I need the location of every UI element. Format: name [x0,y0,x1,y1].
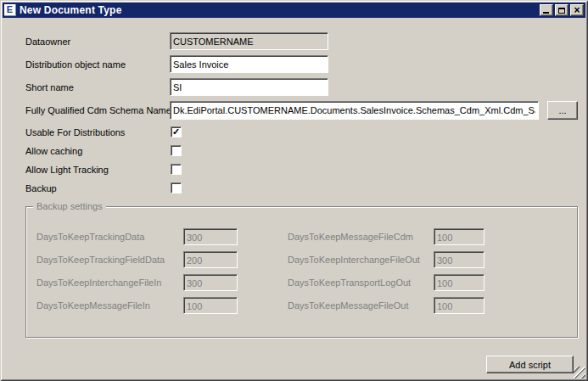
new-document-type-window: E New Document Type × Dataowner Distribu… [0,0,588,381]
allow-caching-checkbox[interactable] [171,145,182,156]
cdm-schema-name-input[interactable] [171,102,538,119]
add-script-button[interactable]: Add script [486,356,574,373]
cdm-schema-name-field[interactable] [170,101,539,120]
days-to-keep-message-file-cdm-label: DaysToKeepMessageFileCdm [288,231,413,243]
window-controls: × [540,4,584,16]
backup-checkbox[interactable] [171,182,182,193]
cdm-schema-name-label: Fully Qualified Cdm Schema Name [25,104,171,116]
browse-schema-button[interactable]: ... [547,101,578,120]
days-to-keep-tracking-field-data-label: DaysToKeepTrackingFieldData [36,254,165,266]
distribution-object-name-input[interactable] [171,57,328,73]
short-name-input[interactable] [171,80,328,96]
days-to-keep-message-file-in-label: DaysToKeepMessageFileIn [36,300,150,311]
days-to-keep-interchange-file-in-label: DaysToKeepInterchangeFileIn [36,277,161,289]
dataowner-field [170,32,328,50]
days-to-keep-transport-log-out-input [434,276,484,291]
short-name-label: Short name [25,81,74,93]
backup-label: Backup [25,182,57,194]
maximize-icon [558,8,565,14]
days-to-keep-message-file-out-label: DaysToKeepMessageFileOut [288,300,408,311]
usable-for-distributions-label: Usable For Distributions [25,126,125,138]
days-to-keep-message-file-cdm-input [434,230,484,245]
window-title: New Document Type [20,4,540,16]
days-to-keep-interchange-file-in-input [184,276,237,291]
days-to-keep-message-file-in-input [184,299,237,314]
days-to-keep-tracking-field-data-field [183,251,238,268]
allow-light-tracking-label: Allow Light Tracking [25,164,109,176]
days-to-keep-tracking-data-field [183,228,238,245]
minimize-button[interactable] [540,4,553,16]
dataowner-input [171,34,328,50]
allow-light-tracking-checkbox[interactable] [171,164,182,175]
close-icon: × [574,6,580,14]
days-to-keep-interchange-file-in-field [183,274,238,291]
days-to-keep-interchange-file-out-input [434,253,484,268]
days-to-keep-tracking-data-label: DaysToKeepTrackingData [36,231,144,243]
allow-caching-label: Allow caching [25,145,82,157]
backup-settings-legend: Backup settings [33,201,106,212]
days-to-keep-tracking-data-input [184,230,237,245]
days-to-keep-message-file-out-input [434,299,484,314]
days-to-keep-interchange-file-out-field [434,251,484,268]
distribution-object-name-field[interactable] [170,55,328,73]
short-name-field[interactable] [170,78,328,96]
checkmark-icon: ✓ [172,127,180,137]
distribution-object-name-label: Distribution object name [25,59,126,70]
backup-settings-groupbox: Backup settings DaysToKeepTrackingData D… [25,206,578,338]
days-to-keep-message-file-in-field [183,297,238,314]
titlebar[interactable]: E New Document Type × [3,3,585,18]
days-to-keep-message-file-cdm-field [434,228,484,245]
days-to-keep-message-file-out-field [434,297,484,314]
days-to-keep-transport-log-out-field [434,274,484,291]
app-icon: E [4,4,16,16]
maximize-button[interactable] [555,4,568,16]
days-to-keep-interchange-file-out-label: DaysToKeepInterchangeFileOut [288,254,420,266]
minimize-icon [543,12,549,14]
days-to-keep-tracking-field-data-input [184,253,237,268]
days-to-keep-transport-log-out-label: DaysToKeepTransportLogOut [288,277,411,289]
usable-for-distributions-checkbox[interactable]: ✓ [171,126,182,137]
close-button[interactable]: × [570,4,584,16]
dataowner-label: Dataowner [25,36,70,48]
resize-grip[interactable] [574,367,585,378]
